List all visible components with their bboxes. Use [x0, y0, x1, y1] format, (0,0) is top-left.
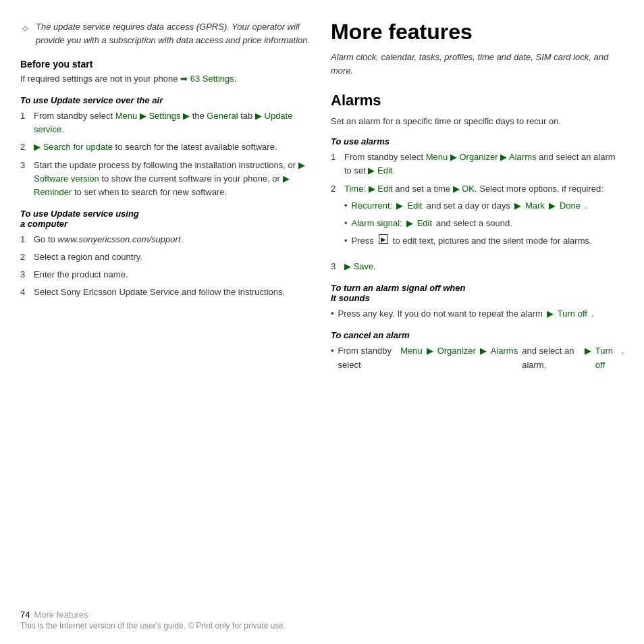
right-column: More features Alarm clock, calendar, tas… — [331, 20, 624, 630]
turn-off-alarm-bullets: Press any key. If you do not want to rep… — [331, 307, 624, 321]
left-column: ✧ The update service requires data acces… — [20, 20, 311, 630]
step-2: 2 ▶ Search for update to search for the … — [20, 140, 311, 154]
alarm-step-3: 3 ▶ Save. — [331, 260, 624, 273]
before-start-section: Before you start If required settings ar… — [20, 59, 311, 86]
cancel-alarm-heading: To cancel an alarm — [331, 330, 624, 340]
bullet-press-icon: Press ▶ to edit text, pictures and the s… — [344, 234, 603, 248]
update-over-air-steps: 1 From standby select Menu ▶ Settings ▶ … — [20, 109, 311, 199]
tip-box: ✧ The update service requires data acces… — [20, 20, 311, 47]
before-start-heading: Before you start — [20, 59, 311, 70]
update-over-air-heading: To use Update service over the air — [20, 95, 311, 105]
cancel-alarm-section: To cancel an alarm From standby select M… — [331, 330, 624, 371]
turn-off-alarm-heading: To turn an alarm signal off whenit sound… — [331, 283, 624, 303]
comp-step-1: 1 Go to www.sonyericsson.com/support. — [20, 233, 311, 246]
bullet-alarm-signal: Alarm signal: ▶ Edit and select a sound. — [344, 217, 603, 230]
update-computer-steps: 1 Go to www.sonyericsson.com/support. 2 … — [20, 233, 311, 300]
update-computer-section: To use Update service usinga computer 1 … — [20, 209, 311, 300]
to-use-alarms-heading: To use alarms — [331, 136, 624, 146]
page-title: More features — [331, 20, 624, 44]
cancel-alarm-bullet: From standby select Menu ▶ Organizer ▶ A… — [331, 344, 624, 371]
tip-text: The update service requires data access … — [36, 20, 311, 47]
page-number: 74 — [20, 610, 30, 620]
alarms-intro: Set an alarm for a specific time or spec… — [331, 115, 624, 128]
turn-off-bullet: Press any key. If you do not want to rep… — [331, 307, 624, 321]
alarms-title: Alarms — [331, 92, 624, 109]
alarm-sub-bullets: Recurrent: ▶ Edit and set a day or days … — [344, 199, 603, 248]
to-use-alarms-steps: 1 From standby select Menu ▶ Organizer ▶… — [331, 151, 624, 273]
footer-page-info: 74 More features — [20, 610, 624, 620]
page-subtitle: Alarm clock, calendar, tasks, profiles, … — [331, 51, 624, 77]
footer: 74 More features This is the Internet ve… — [20, 610, 624, 630]
to-use-alarms-section: To use alarms 1 From standby select Menu… — [331, 136, 624, 273]
step-3: 3 Start the update process by following … — [20, 159, 311, 199]
alarm-step-1: 1 From standby select Menu ▶ Organizer ▶… — [331, 151, 624, 178]
tip-icon: ✧ — [20, 22, 30, 47]
update-computer-heading: To use Update service usinga computer — [20, 209, 311, 229]
turn-off-alarm-section: To turn an alarm signal off whenit sound… — [331, 283, 624, 321]
alarm-step-2: 2 Time: ▶ Edit and set a time ▶ OK. Sele… — [331, 182, 624, 257]
before-start-text: If required settings are not in your pho… — [20, 72, 311, 86]
cancel-alarm-bullets: From standby select Menu ▶ Organizer ▶ A… — [331, 344, 624, 371]
step-1: 1 From standby select Menu ▶ Settings ▶ … — [20, 109, 311, 136]
comp-step-4: 4 Select Sony Ericsson Update Service an… — [20, 286, 311, 299]
footer-section: More features — [34, 610, 88, 620]
edit-icon: ▶ — [379, 234, 388, 244]
update-over-air-section: To use Update service over the air 1 Fro… — [20, 95, 311, 199]
footer-legal: This is the Internet version of the user… — [20, 621, 624, 630]
comp-step-2: 2 Select a region and country. — [20, 250, 311, 264]
bullet-recurrent: Recurrent: ▶ Edit and set a day or days … — [344, 199, 603, 213]
comp-step-3: 3 Enter the product name. — [20, 268, 311, 281]
